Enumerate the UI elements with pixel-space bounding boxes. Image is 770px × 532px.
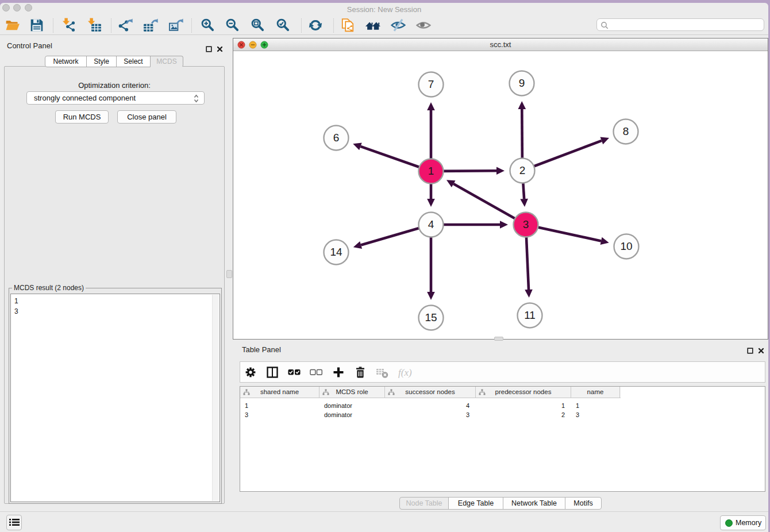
- status-bar: Memory: [0, 511, 768, 532]
- table-panel-float-icon[interactable]: [747, 346, 754, 353]
- delete-column-icon[interactable]: [354, 366, 371, 379]
- tab-edge-table[interactable]: Edge Table: [448, 497, 503, 510]
- node-table[interactable]: shared nameMCDS rolesuccessor nodesprede…: [240, 386, 765, 492]
- tab-motifs[interactable]: Motifs: [565, 497, 602, 510]
- bottom-split-handle[interactable]: [494, 337, 503, 341]
- search-input[interactable]: [611, 20, 760, 30]
- add-column-icon[interactable]: [332, 366, 349, 379]
- window-title: Session: New Session: [0, 5, 768, 14]
- control-panel-close-icon[interactable]: [217, 44, 224, 52]
- svg-text:11: 11: [524, 309, 536, 321]
- table-cell[interactable]: 1: [240, 401, 319, 410]
- column-header-name[interactable]: name: [571, 387, 620, 398]
- zoom-selected-icon[interactable]: [276, 18, 291, 33]
- import-table-icon[interactable]: [87, 18, 102, 33]
- export-network-icon[interactable]: [118, 18, 133, 33]
- graph-edge-arrowhead: [496, 167, 505, 175]
- graph-edge-arrowhead: [600, 237, 609, 245]
- toggle-column-panel-icon[interactable]: [266, 366, 283, 379]
- mcds-result-item[interactable]: 1: [11, 294, 220, 306]
- select-all-rows-icon[interactable]: [288, 366, 305, 379]
- graph-node-11[interactable]: 11: [518, 303, 542, 328]
- graph-node-10[interactable]: 10: [614, 234, 639, 259]
- column-header-successor-nodes[interactable]: successor nodes: [385, 387, 476, 398]
- hide-panels-icon[interactable]: [391, 18, 406, 33]
- table-cell[interactable]: 1: [476, 401, 571, 410]
- graph-node-2[interactable]: 2: [510, 159, 535, 183]
- show-panels-icon[interactable]: [416, 18, 431, 33]
- column-header-MCDS-role[interactable]: MCDS role: [319, 387, 385, 398]
- close-panel-button[interactable]: Close panel: [117, 110, 176, 124]
- table-cell[interactable]: 1: [571, 401, 620, 410]
- result-scrollbar[interactable]: [212, 295, 219, 501]
- tab-network[interactable]: Network: [45, 56, 87, 67]
- svg-text:15: 15: [425, 311, 437, 323]
- home-layout-icon[interactable]: [365, 18, 380, 33]
- table-row[interactable]: 3dominator323: [240, 410, 765, 419]
- graph-node-1[interactable]: 1: [419, 159, 444, 184]
- search-field[interactable]: [596, 18, 764, 31]
- mcds-result-group: MCDS result (2 nodes) 13: [9, 288, 222, 504]
- graph-node-3[interactable]: 3: [514, 213, 538, 237]
- run-mcds-button[interactable]: Run MCDS: [55, 110, 109, 124]
- tab-network-table[interactable]: Network Table: [503, 497, 565, 510]
- tab-style[interactable]: Style: [86, 56, 117, 67]
- network-window-titlebar[interactable]: scc.txt: [233, 38, 768, 51]
- graph-node-8[interactable]: 8: [614, 119, 638, 144]
- table-settings-icon[interactable]: [244, 366, 261, 379]
- control-panel-float-icon[interactable]: [206, 44, 213, 52]
- zoom-fit-icon[interactable]: [251, 18, 265, 33]
- export-table-icon[interactable]: [143, 18, 158, 33]
- graph-node-6[interactable]: 6: [324, 126, 349, 151]
- save-session-icon[interactable]: [29, 18, 44, 33]
- toolbar-separator: [333, 18, 334, 33]
- table-panel-close-icon[interactable]: [758, 346, 765, 353]
- tab-select[interactable]: Select: [116, 56, 151, 67]
- column-header-predecessor-nodes[interactable]: predecessor nodes: [476, 387, 571, 398]
- svg-text:2: 2: [519, 164, 526, 176]
- table-row[interactable]: 1dominator411: [240, 401, 765, 410]
- graph-node-15[interactable]: 15: [419, 306, 444, 330]
- import-network-icon[interactable]: [61, 18, 76, 33]
- svg-text:7: 7: [428, 78, 434, 90]
- table-panel-title: Table Panel: [242, 345, 281, 354]
- toolbar-separator: [301, 18, 302, 33]
- deselect-all-rows-icon[interactable]: [310, 366, 327, 379]
- refresh-layout-icon[interactable]: [308, 18, 323, 33]
- mcds-result-item[interactable]: 3: [11, 306, 220, 317]
- open-session-icon[interactable]: [5, 18, 20, 33]
- graph-node-9[interactable]: 9: [510, 71, 534, 96]
- table-cell[interactable]: 3: [240, 410, 319, 419]
- graph-edge-arrowhead: [353, 241, 362, 249]
- network-graph[interactable]: 7968124314101511: [233, 51, 768, 339]
- export-image-icon[interactable]: [168, 18, 183, 33]
- memory-button[interactable]: Memory: [720, 515, 766, 530]
- zoom-out-icon[interactable]: [225, 18, 240, 33]
- table-cell[interactable]: dominator: [319, 401, 385, 410]
- left-split-handle[interactable]: [226, 270, 232, 278]
- graph-node-14[interactable]: 14: [324, 240, 349, 265]
- tab-node-table[interactable]: Node Table: [399, 497, 449, 510]
- graph-edge-arrowhead: [525, 290, 533, 298]
- table-cell[interactable]: 2: [476, 410, 571, 419]
- table-cell[interactable]: 3: [571, 410, 620, 419]
- tab-mcds[interactable]: MCDS: [150, 56, 183, 67]
- table-cell[interactable]: 3: [385, 410, 476, 419]
- zoom-in-icon[interactable]: [201, 18, 215, 33]
- svg-text:f(x): f(x): [398, 367, 412, 378]
- svg-text:1: 1: [428, 165, 434, 177]
- graph-node-7[interactable]: 7: [419, 72, 444, 97]
- delete-table-icon: [376, 366, 393, 379]
- mcds-result-list[interactable]: 13: [10, 294, 220, 502]
- table-cell[interactable]: dominator: [319, 410, 385, 419]
- graph-node-4[interactable]: 4: [419, 213, 444, 237]
- table-toolbar: f(x): [240, 361, 765, 383]
- svg-text:8: 8: [623, 125, 629, 137]
- list-icon: [9, 518, 20, 527]
- column-header-shared-name[interactable]: shared name: [240, 387, 319, 398]
- criterion-dropdown[interactable]: strongly connected component: [26, 91, 205, 105]
- task-history-button[interactable]: [6, 515, 22, 530]
- duplicate-network-icon[interactable]: [340, 18, 355, 33]
- table-header: shared nameMCDS rolesuccessor nodesprede…: [240, 387, 621, 398]
- table-cell[interactable]: 4: [385, 401, 476, 410]
